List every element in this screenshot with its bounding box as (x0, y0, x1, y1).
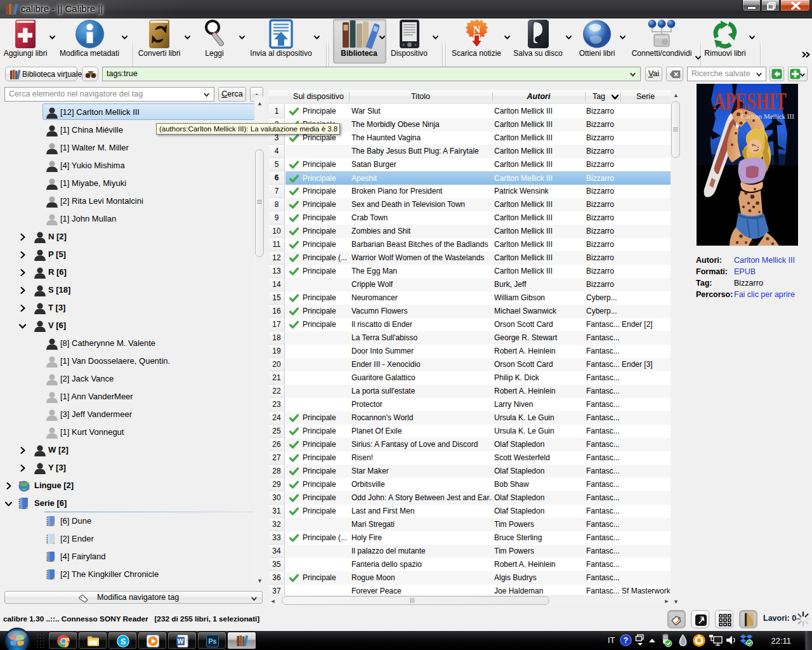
svg-text:W: W (178, 637, 184, 645)
svg-text:Ps: Ps (209, 637, 217, 645)
svg-text:APESHIT: APESHIT (713, 88, 787, 114)
svg-text:N: N (473, 24, 481, 35)
svg-text:Carlton Mellick III: Carlton Mellick III (741, 112, 794, 120)
svg-text:?: ? (624, 636, 628, 645)
svg-text:S: S (121, 637, 126, 646)
